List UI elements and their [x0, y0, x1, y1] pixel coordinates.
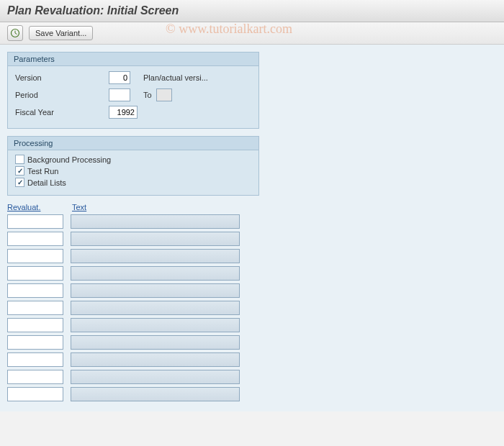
revaluat-input[interactable]	[7, 301, 63, 315]
testrun-checkbox[interactable]	[15, 166, 24, 176]
revaluat-input[interactable]	[7, 214, 63, 229]
text-input[interactable]	[71, 249, 240, 263]
detail-label: Detail Lists	[27, 178, 66, 187]
revaluat-input[interactable]	[7, 266, 63, 281]
text-input[interactable]	[71, 318, 240, 332]
page-title: Plan Revaluation: Initial Screen	[0, 0, 504, 22]
list-row	[7, 318, 497, 332]
list-row	[7, 283, 497, 298]
processing-group: Processing Background Processing Test Ru…	[7, 136, 259, 196]
version-label: Version	[15, 73, 109, 82]
text-input[interactable]	[71, 266, 240, 281]
revaluat-input[interactable]	[7, 335, 63, 350]
period-to-label: To	[143, 91, 152, 99]
period-from-input[interactable]	[109, 88, 130, 101]
svg-line-2	[15, 33, 17, 35]
revaluat-header[interactable]: Revaluat.	[7, 203, 72, 211]
revaluat-input[interactable]	[7, 387, 63, 401]
save-variant-button[interactable]: Save Variant...	[29, 26, 93, 40]
revaluat-input[interactable]	[7, 283, 63, 298]
execute-button[interactable]	[7, 25, 23, 41]
text-input[interactable]	[71, 232, 240, 246]
list-row	[7, 370, 497, 384]
list-row	[7, 301, 497, 315]
version-input[interactable]	[109, 71, 130, 84]
text-input[interactable]	[71, 283, 240, 298]
toolbar: Save Variant...	[0, 22, 504, 45]
background-checkbox[interactable]	[15, 155, 24, 164]
text-input[interactable]	[71, 301, 240, 315]
testrun-label: Test Run	[27, 167, 58, 176]
detail-checkbox[interactable]	[15, 178, 24, 187]
list-section: Revaluat. Text	[7, 203, 497, 401]
text-input[interactable]	[71, 335, 240, 350]
clock-execute-icon	[10, 28, 20, 38]
period-label: Period	[15, 91, 109, 99]
list-row	[7, 232, 497, 246]
text-input[interactable]	[71, 214, 240, 229]
revaluat-input[interactable]	[7, 249, 63, 263]
list-row	[7, 249, 497, 263]
list-row	[7, 214, 497, 229]
parameters-group: Parameters Version Plan/actual versi... …	[7, 52, 259, 129]
fiscal-year-label: Fiscal Year	[15, 108, 109, 117]
text-input[interactable]	[71, 370, 240, 384]
revaluat-input[interactable]	[7, 352, 63, 367]
version-desc: Plan/actual versi...	[143, 73, 208, 82]
parameters-group-title: Parameters	[8, 53, 258, 66]
content-area: Parameters Version Plan/actual versi... …	[0, 45, 504, 411]
fiscal-year-input[interactable]	[109, 106, 138, 119]
list-row	[7, 266, 497, 281]
revaluat-input[interactable]	[7, 318, 63, 332]
background-label: Background Processing	[27, 155, 111, 164]
list-row	[7, 352, 497, 367]
revaluat-input[interactable]	[7, 232, 63, 246]
list-row	[7, 335, 497, 350]
processing-group-title: Processing	[8, 137, 258, 150]
text-input[interactable]	[71, 387, 240, 401]
text-input[interactable]	[71, 352, 240, 367]
list-row	[7, 387, 497, 401]
revaluat-input[interactable]	[7, 370, 63, 384]
period-to-input[interactable]	[156, 88, 172, 101]
text-header[interactable]: Text	[72, 203, 216, 211]
